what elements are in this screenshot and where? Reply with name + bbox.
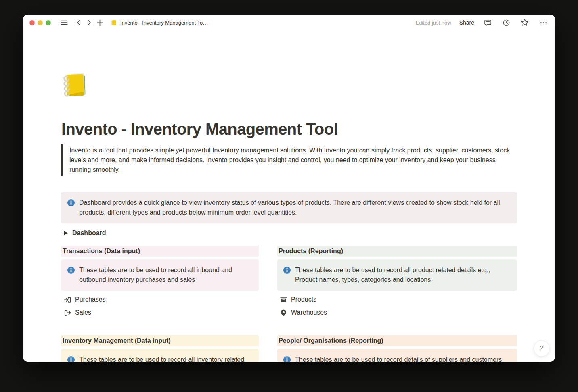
help-button-label: ? — [540, 344, 543, 352]
history-button[interactable] — [501, 17, 511, 28]
page-link-sales-label[interactable]: Sales — [75, 308, 91, 317]
share-button[interactable]: Share — [459, 19, 474, 26]
page-link-purchases-label[interactable]: Purchases — [75, 295, 106, 304]
comments-button[interactable] — [482, 17, 493, 28]
ledger-notebook-icon — [111, 19, 117, 26]
forward-button[interactable] — [84, 17, 94, 28]
comment-bubble-icon — [484, 19, 492, 27]
section-products: Products (Reporting) These tables are to… — [277, 246, 517, 320]
back-button[interactable] — [73, 17, 84, 28]
info-icon — [67, 199, 75, 217]
info-icon — [67, 266, 75, 285]
section-header-people-organisations: People/ Organisations (Reporting) — [277, 335, 517, 346]
hamburger-menu-icon — [61, 19, 68, 26]
section-header-products: Products (Reporting) — [277, 246, 517, 257]
sidebar-menu-button[interactable] — [59, 17, 69, 28]
location-pin-icon — [280, 309, 287, 317]
minimize-window-button[interactable] — [38, 20, 43, 25]
titlebar: Invento - Inventory Management To… Edite… — [23, 15, 555, 31]
section-people-organisations: People/ Organisations (Reporting) These … — [277, 335, 517, 362]
transactions-callout: These tables are to be used to record al… — [61, 259, 259, 291]
page-icon-ledger-notebook[interactable] — [61, 71, 90, 100]
edited-status: Edited just now — [415, 20, 451, 26]
zoom-window-button[interactable] — [46, 20, 51, 25]
help-button[interactable]: ? — [534, 340, 550, 357]
star-icon — [521, 19, 529, 27]
columns-row-2: Inventory Management (Data input) These … — [61, 335, 517, 362]
export-arrow-icon — [64, 309, 71, 317]
quote-block: Invento is a tool that provides simple y… — [61, 144, 517, 176]
close-window-button[interactable] — [29, 20, 35, 25]
page-link-products[interactable]: Products — [277, 294, 316, 305]
page-link-warehouses-label[interactable]: Warehouses — [291, 308, 327, 317]
more-options-button[interactable] — [538, 17, 549, 28]
page-content: Invento - Inventory Management Tool Inve… — [23, 31, 555, 362]
info-icon — [67, 356, 75, 362]
ellipsis-icon — [540, 19, 547, 27]
tab-title: Invento - Inventory Management To… — [120, 20, 208, 26]
people-organisations-callout: These tables are to be used to record de… — [277, 349, 517, 362]
columns-row-1: Transactions (Data input) These tables a… — [61, 246, 517, 320]
dashboard-callout-text: Dashboard provides a quick glance to vie… — [79, 198, 510, 217]
page-link-products-label[interactable]: Products — [291, 295, 316, 304]
section-header-transactions: Transactions (Data input) — [61, 246, 259, 257]
page-link-warehouses[interactable]: Warehouses — [277, 307, 327, 318]
dashboard-callout: Dashboard provides a quick glance to vie… — [61, 192, 517, 223]
chevron-right-icon — [86, 19, 92, 26]
products-callout: These tables are to be used to record al… — [277, 259, 517, 291]
clock-icon — [503, 19, 510, 27]
section-header-inventory-management: Inventory Management (Data input) — [61, 335, 259, 346]
chevron-left-icon — [75, 19, 82, 26]
inventory-management-callout: These tables are to be used to record al… — [61, 349, 259, 362]
info-icon — [283, 356, 291, 362]
dashboard-toggle[interactable]: Dashboard — [61, 228, 517, 238]
current-tab[interactable]: Invento - Inventory Management To… — [111, 19, 208, 26]
app-window: Invento - Inventory Management To… Edite… — [23, 15, 555, 362]
desktop-backdrop: { "window": { "titlebar": { "title": "In… — [0, 0, 578, 392]
transactions-callout-text: These tables are to be used to record al… — [79, 265, 252, 285]
dashboard-toggle-label: Dashboard — [72, 229, 106, 237]
products-links: Products Warehouses — [277, 294, 517, 318]
page-link-sales[interactable]: Sales — [61, 307, 91, 318]
titlebar-actions: Edited just now Share — [415, 17, 549, 28]
favorite-button[interactable] — [519, 17, 530, 28]
section-inventory-management: Inventory Management (Data input) These … — [61, 335, 259, 362]
transactions-links: Purchases Sales — [61, 294, 259, 318]
window-controls — [29, 20, 51, 25]
info-icon — [283, 266, 291, 285]
people-organisations-callout-text: These tables are to be used to record de… — [295, 355, 502, 362]
products-callout-text: These tables are to be used to record al… — [295, 265, 510, 285]
inventory-management-callout-text: These tables are to be used to record al… — [79, 355, 252, 362]
archive-box-icon — [280, 296, 287, 304]
plus-icon — [96, 19, 103, 26]
new-tab-button[interactable] — [94, 17, 105, 28]
page-link-purchases[interactable]: Purchases — [61, 294, 106, 305]
toggle-triangle-icon[interactable] — [64, 231, 68, 235]
import-arrow-icon — [64, 296, 71, 304]
section-transactions: Transactions (Data input) These tables a… — [61, 246, 259, 320]
page-title: Invento - Inventory Management Tool — [61, 119, 517, 139]
